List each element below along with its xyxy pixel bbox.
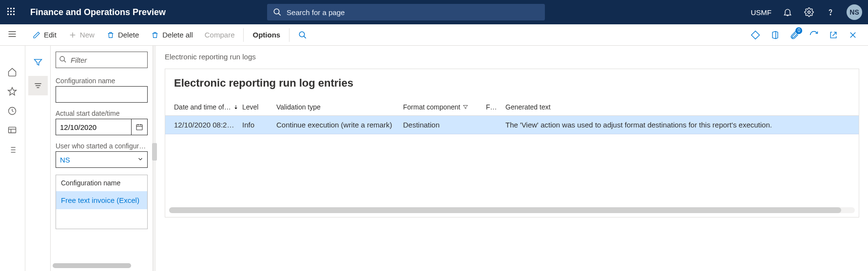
delete-all-button[interactable]: Delete all xyxy=(146,29,198,41)
search-icon xyxy=(59,55,67,63)
filter-pane-scrollbar[interactable] xyxy=(53,263,151,268)
config-name-label: Configuration name xyxy=(56,77,148,85)
svg-line-36 xyxy=(64,60,66,62)
user-avatar[interactable]: NS xyxy=(847,4,862,20)
col-f[interactable]: F… xyxy=(483,103,502,111)
pencil-icon xyxy=(32,31,41,39)
secondary-rail xyxy=(25,46,51,271)
compare-button[interactable]: Compare xyxy=(200,29,240,41)
edit-label: Edit xyxy=(44,31,57,39)
workspace-icon[interactable] xyxy=(7,126,18,136)
content-area: Configuration name Actual start date/tim… xyxy=(0,46,868,271)
close-icon[interactable] xyxy=(847,29,859,41)
search-icon xyxy=(273,8,282,17)
start-date-input[interactable] xyxy=(56,119,131,135)
svg-rect-2 xyxy=(13,8,15,9)
star-icon[interactable] xyxy=(7,87,18,97)
waffle-icon[interactable] xyxy=(6,6,18,18)
action-toolbar: Edit New Delete Delete all Compare Optio… xyxy=(0,24,868,46)
office-icon[interactable] xyxy=(769,29,781,41)
new-button[interactable]: New xyxy=(63,29,99,41)
svg-point-12 xyxy=(830,14,830,15)
user-label: User who started a configuration xyxy=(56,142,148,150)
main-area: Electronic reporting run logs Electronic… xyxy=(156,46,868,271)
calendar-icon[interactable] xyxy=(131,119,148,135)
filter-pane: Configuration name Actual start date/tim… xyxy=(51,46,153,271)
config-list-header[interactable]: Configuration name xyxy=(56,175,147,191)
plus-icon xyxy=(68,31,77,39)
toolbar-search-button[interactable] xyxy=(293,29,312,41)
filter-tab-lines[interactable] xyxy=(28,76,48,95)
grid-row[interactable]: 12/10/2020 08:2… Info Continue execution… xyxy=(165,116,859,134)
filter-search-input[interactable] xyxy=(56,52,148,68)
modules-icon[interactable] xyxy=(7,145,18,156)
compare-label: Compare xyxy=(205,31,235,39)
svg-point-9 xyxy=(274,9,279,14)
svg-rect-6 xyxy=(7,14,9,15)
app-header: Finance and Operations Preview USMF NS xyxy=(0,0,868,24)
svg-point-15 xyxy=(299,32,305,37)
splitter-handle-icon[interactable] xyxy=(152,143,157,161)
delete-label: Delete xyxy=(118,31,139,39)
cell-date: 12/10/2020 08:2… xyxy=(171,121,239,129)
bell-icon[interactable] xyxy=(782,7,793,18)
svg-line-16 xyxy=(304,36,306,38)
config-list-row[interactable]: Free text invoice (Excel) xyxy=(56,191,147,209)
col-generated-text[interactable]: Generated text xyxy=(502,103,853,111)
col-format-component[interactable]: Format component xyxy=(400,103,483,111)
cell-format-component: Destination xyxy=(400,121,483,129)
col-date[interactable]: Date and time of… xyxy=(171,103,239,111)
company-code[interactable]: USMF xyxy=(751,8,772,17)
col-level[interactable]: Level xyxy=(239,103,273,111)
gear-icon[interactable] xyxy=(804,7,814,18)
cell-generated-text: The 'View' action was used to adjust for… xyxy=(502,121,853,129)
attachments-badge: 0 xyxy=(795,27,802,34)
global-search-input[interactable] xyxy=(287,8,539,17)
refresh-icon[interactable] xyxy=(808,29,820,41)
delete-all-label: Delete all xyxy=(162,31,193,39)
user-select-input[interactable]: NS xyxy=(56,151,148,168)
new-label: New xyxy=(80,31,95,39)
start-date-field[interactable] xyxy=(56,119,148,135)
svg-rect-23 xyxy=(8,127,16,133)
trash-icon xyxy=(106,31,115,39)
grid-horizontal-scrollbar[interactable] xyxy=(169,207,855,213)
svg-rect-1 xyxy=(10,8,12,9)
config-list: Configuration name Free text invoice (Ex… xyxy=(56,175,148,229)
cell-validation-type: Continue execution (write a remark) xyxy=(273,121,400,129)
filter-tab-funnel[interactable] xyxy=(28,53,48,72)
filter-icon xyxy=(463,104,468,110)
log-grid: Date and time of… Level Validation type … xyxy=(165,98,859,213)
svg-rect-5 xyxy=(13,11,15,12)
col-validation-type[interactable]: Validation type xyxy=(273,103,400,111)
help-icon[interactable] xyxy=(825,7,836,18)
trash-all-icon xyxy=(151,31,159,39)
diamond-icon[interactable] xyxy=(749,29,762,41)
svg-rect-4 xyxy=(10,11,12,12)
user-select[interactable]: NS xyxy=(56,151,148,168)
sort-desc-icon xyxy=(233,104,239,110)
clock-icon[interactable] xyxy=(7,106,18,117)
card-title: Electronic reporting run log entries xyxy=(165,69,859,98)
cell-f xyxy=(483,121,502,129)
home-icon[interactable] xyxy=(7,67,18,78)
options-label: Options xyxy=(252,31,280,39)
toolbar-separator xyxy=(243,28,244,42)
filter-search[interactable] xyxy=(56,52,148,68)
popout-icon[interactable] xyxy=(827,29,840,41)
svg-point-35 xyxy=(60,56,64,61)
splitter[interactable] xyxy=(153,46,156,271)
options-button[interactable]: Options xyxy=(248,29,285,41)
log-entries-card: Electronic reporting run log entries Dat… xyxy=(165,69,859,217)
grid-header: Date and time of… Level Validation type … xyxy=(165,98,859,116)
config-name-input[interactable] xyxy=(56,86,148,103)
global-search[interactable] xyxy=(267,4,545,20)
toolbar-separator xyxy=(289,28,289,42)
svg-rect-3 xyxy=(7,11,9,12)
delete-button[interactable]: Delete xyxy=(101,29,144,41)
svg-rect-37 xyxy=(136,125,142,130)
attachments-icon[interactable]: 0 xyxy=(788,29,801,41)
svg-line-10 xyxy=(279,14,281,16)
hamburger-icon[interactable] xyxy=(7,29,17,39)
edit-button[interactable]: Edit xyxy=(27,29,61,41)
